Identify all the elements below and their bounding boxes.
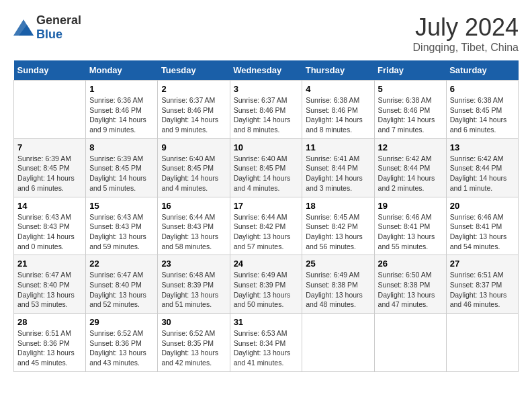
calendar-cell: 12Sunrise: 6:42 AMSunset: 8:44 PMDayligh… (374, 138, 446, 197)
day-info: Sunrise: 6:40 AMSunset: 8:45 PMDaylight:… (234, 154, 299, 193)
day-number: 15 (89, 201, 154, 211)
day-number: 19 (378, 201, 443, 211)
day-info: Sunrise: 6:39 AMSunset: 8:45 PMDaylight:… (89, 154, 154, 193)
day-number: 22 (89, 259, 154, 269)
calendar-cell: 13Sunrise: 6:42 AMSunset: 8:44 PMDayligh… (446, 138, 518, 197)
header-tuesday: Tuesday (158, 60, 230, 81)
calendar-cell: 2Sunrise: 6:37 AMSunset: 8:46 PMDaylight… (158, 81, 230, 139)
header-saturday: Saturday (446, 60, 518, 81)
day-number: 27 (450, 259, 515, 269)
day-number: 31 (234, 317, 299, 327)
day-number: 24 (234, 259, 299, 269)
header-monday: Monday (86, 60, 158, 81)
calendar-cell: 9Sunrise: 6:40 AMSunset: 8:45 PMDaylight… (158, 138, 230, 197)
calendar-cell: 7Sunrise: 6:39 AMSunset: 8:45 PMDaylight… (14, 138, 86, 197)
day-number: 8 (89, 142, 154, 152)
week-row-5: 28Sunrise: 6:51 AMSunset: 8:36 PMDayligh… (14, 314, 519, 372)
title-section: July 2024 Dingqing, Tibet, China (413, 13, 519, 54)
subtitle: Dingqing, Tibet, China (413, 42, 519, 54)
week-row-3: 14Sunrise: 6:43 AMSunset: 8:43 PMDayligh… (14, 197, 519, 255)
day-number: 30 (161, 317, 226, 327)
day-number: 13 (450, 142, 515, 152)
day-info: Sunrise: 6:41 AMSunset: 8:44 PMDaylight:… (306, 154, 370, 193)
calendar-cell (14, 81, 86, 139)
calendar-cell: 11Sunrise: 6:41 AMSunset: 8:44 PMDayligh… (302, 138, 374, 197)
calendar-cell: 28Sunrise: 6:51 AMSunset: 8:36 PMDayligh… (14, 314, 86, 372)
day-info: Sunrise: 6:44 AMSunset: 8:42 PMDaylight:… (234, 212, 299, 252)
day-number: 7 (17, 142, 82, 152)
day-number: 14 (17, 201, 82, 211)
calendar-cell: 31Sunrise: 6:53 AMSunset: 8:34 PMDayligh… (230, 314, 302, 372)
day-number: 4 (306, 84, 370, 94)
calendar-cell: 20Sunrise: 6:46 AMSunset: 8:41 PMDayligh… (446, 197, 518, 255)
day-info: Sunrise: 6:43 AMSunset: 8:43 PMDaylight:… (89, 212, 154, 252)
day-info: Sunrise: 6:52 AMSunset: 8:35 PMDaylight:… (161, 328, 226, 368)
day-info: Sunrise: 6:37 AMSunset: 8:46 PMDaylight:… (161, 95, 226, 135)
day-number: 5 (378, 84, 443, 94)
day-info: Sunrise: 6:52 AMSunset: 8:36 PMDaylight:… (89, 328, 154, 368)
calendar-cell: 27Sunrise: 6:51 AMSunset: 8:37 PMDayligh… (446, 255, 518, 314)
calendar-cell: 8Sunrise: 6:39 AMSunset: 8:45 PMDaylight… (86, 138, 158, 197)
logo-icon (13, 19, 34, 36)
calendar-body: 1Sunrise: 6:36 AMSunset: 8:46 PMDaylight… (14, 81, 519, 372)
day-info: Sunrise: 6:50 AMSunset: 8:38 PMDaylight:… (378, 270, 443, 310)
day-info: Sunrise: 6:47 AMSunset: 8:40 PMDaylight:… (89, 270, 154, 310)
calendar-cell: 21Sunrise: 6:47 AMSunset: 8:40 PMDayligh… (14, 255, 86, 314)
calendar-cell: 22Sunrise: 6:47 AMSunset: 8:40 PMDayligh… (86, 255, 158, 314)
calendar-cell: 4Sunrise: 6:38 AMSunset: 8:46 PMDaylight… (302, 81, 374, 139)
day-info: Sunrise: 6:38 AMSunset: 8:45 PMDaylight:… (450, 95, 515, 135)
day-number: 16 (161, 201, 226, 211)
day-number: 12 (378, 142, 443, 152)
calendar-cell: 23Sunrise: 6:48 AMSunset: 8:39 PMDayligh… (158, 255, 230, 314)
logo-general: General (36, 13, 81, 27)
day-info: Sunrise: 6:40 AMSunset: 8:45 PMDaylight:… (161, 154, 226, 193)
calendar-cell: 25Sunrise: 6:49 AMSunset: 8:38 PMDayligh… (302, 255, 374, 314)
day-number: 26 (378, 259, 443, 269)
day-info: Sunrise: 6:46 AMSunset: 8:41 PMDaylight:… (378, 212, 443, 252)
calendar-cell: 30Sunrise: 6:52 AMSunset: 8:35 PMDayligh… (158, 314, 230, 372)
day-number: 2 (161, 84, 226, 94)
day-info: Sunrise: 6:39 AMSunset: 8:45 PMDaylight:… (17, 154, 82, 193)
calendar-header: SundayMondayTuesdayWednesdayThursdayFrid… (14, 60, 519, 81)
day-number: 20 (450, 201, 515, 211)
day-number: 25 (306, 259, 370, 269)
calendar-cell: 17Sunrise: 6:44 AMSunset: 8:42 PMDayligh… (230, 197, 302, 255)
day-info: Sunrise: 6:42 AMSunset: 8:44 PMDaylight:… (378, 154, 443, 193)
logo-blue: Blue (36, 28, 62, 41)
calendar-cell: 26Sunrise: 6:50 AMSunset: 8:38 PMDayligh… (374, 255, 446, 314)
day-number: 6 (450, 84, 515, 94)
calendar-cell (302, 314, 374, 372)
logo-text: General Blue (36, 13, 81, 42)
page-header: General Blue July 2024 Dingqing, Tibet, … (13, 13, 519, 54)
logo: General Blue (13, 13, 81, 42)
day-info: Sunrise: 6:45 AMSunset: 8:42 PMDaylight:… (306, 212, 370, 252)
calendar-cell: 15Sunrise: 6:43 AMSunset: 8:43 PMDayligh… (86, 197, 158, 255)
calendar-cell: 29Sunrise: 6:52 AMSunset: 8:36 PMDayligh… (86, 314, 158, 372)
day-number: 17 (234, 201, 299, 211)
day-number: 1 (89, 84, 154, 94)
header-wednesday: Wednesday (230, 60, 302, 81)
day-info: Sunrise: 6:37 AMSunset: 8:46 PMDaylight:… (234, 95, 299, 135)
header-thursday: Thursday (302, 60, 374, 81)
day-info: Sunrise: 6:44 AMSunset: 8:43 PMDaylight:… (161, 212, 226, 252)
calendar-cell: 24Sunrise: 6:49 AMSunset: 8:39 PMDayligh… (230, 255, 302, 314)
day-number: 18 (306, 201, 370, 211)
day-info: Sunrise: 6:47 AMSunset: 8:40 PMDaylight:… (17, 270, 82, 310)
week-row-2: 7Sunrise: 6:39 AMSunset: 8:45 PMDaylight… (14, 138, 519, 197)
day-info: Sunrise: 6:48 AMSunset: 8:39 PMDaylight:… (161, 270, 226, 310)
day-info: Sunrise: 6:53 AMSunset: 8:34 PMDaylight:… (234, 328, 299, 368)
day-info: Sunrise: 6:43 AMSunset: 8:43 PMDaylight:… (17, 212, 82, 252)
day-info: Sunrise: 6:38 AMSunset: 8:46 PMDaylight:… (306, 95, 370, 135)
day-number: 29 (89, 317, 154, 327)
day-number: 28 (17, 317, 82, 327)
day-info: Sunrise: 6:49 AMSunset: 8:39 PMDaylight:… (234, 270, 299, 310)
calendar-cell: 16Sunrise: 6:44 AMSunset: 8:43 PMDayligh… (158, 197, 230, 255)
day-info: Sunrise: 6:51 AMSunset: 8:36 PMDaylight:… (17, 328, 82, 368)
day-info: Sunrise: 6:49 AMSunset: 8:38 PMDaylight:… (306, 270, 370, 310)
header-row: SundayMondayTuesdayWednesdayThursdayFrid… (14, 60, 519, 81)
day-number: 21 (17, 259, 82, 269)
day-info: Sunrise: 6:38 AMSunset: 8:46 PMDaylight:… (378, 95, 443, 135)
header-sunday: Sunday (14, 60, 86, 81)
calendar-table: SundayMondayTuesdayWednesdayThursdayFrid… (13, 60, 519, 372)
day-info: Sunrise: 6:46 AMSunset: 8:41 PMDaylight:… (450, 212, 515, 252)
